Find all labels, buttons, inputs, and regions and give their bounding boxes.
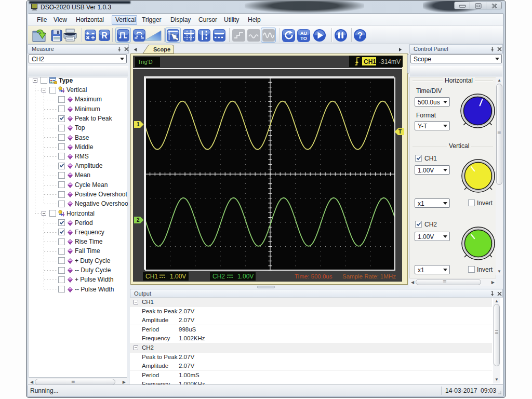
svg-text:?: ?	[357, 31, 363, 41]
svg-text:R: R	[101, 31, 108, 40]
svg-text:T: T	[398, 129, 402, 135]
svg-text:TO: TO	[300, 36, 307, 41]
svg-text:Scope: Scope	[153, 46, 170, 52]
svg-text:2: 2	[137, 217, 140, 223]
svg-text:AU: AU	[300, 31, 307, 36]
svg-text:1: 1	[137, 122, 140, 127]
